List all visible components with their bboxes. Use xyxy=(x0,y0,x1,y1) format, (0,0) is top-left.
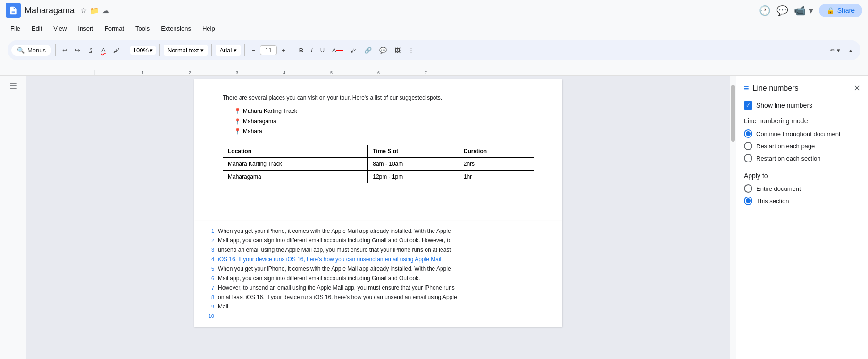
bullet-list: 📍 Mahara Karting Track 📍 Maharagama 📍 Ma… xyxy=(234,106,534,137)
menu-tools[interactable]: Tools xyxy=(131,23,154,34)
undo-button[interactable]: ↩ xyxy=(59,45,70,56)
line-content-5: Mail app, you can sign into different em… xyxy=(218,274,562,283)
line-num-8: 9 xyxy=(194,302,218,311)
video-icon[interactable]: 📹 ▾ xyxy=(794,5,813,16)
menu-insert[interactable]: Insert xyxy=(73,23,98,34)
italic-button[interactable]: I xyxy=(308,45,316,56)
table-row-1: Maharagama 12pm - 1pm 1hr xyxy=(223,170,534,183)
line-row-1: 2Mail app, you can sign into different e… xyxy=(194,236,562,246)
apply-radio-1[interactable] xyxy=(744,197,752,205)
menu-edit[interactable]: Edit xyxy=(27,23,47,34)
font-chevron: ▾ xyxy=(234,47,237,54)
separator-6 xyxy=(292,44,292,56)
close-panel-button[interactable]: ✕ xyxy=(853,83,860,94)
show-line-numbers-row[interactable]: ✓ Show line numbers xyxy=(744,101,860,110)
ruler-tick-1: 1 xyxy=(142,70,144,75)
mode-option-2[interactable]: Restart on each section xyxy=(744,154,860,162)
zoom-selector[interactable]: 100% ▾ xyxy=(130,46,156,55)
menu-format[interactable]: Format xyxy=(100,23,129,34)
redo-button[interactable]: ↪ xyxy=(72,45,83,56)
line-num-3: 4 xyxy=(194,255,218,264)
apply-radio-0[interactable] xyxy=(744,184,752,193)
lined-section: 1When you get your iPhone, it comes with… xyxy=(194,221,562,327)
more-button[interactable]: ⋮ xyxy=(405,45,417,56)
line-num-9: 10 xyxy=(194,312,218,321)
menu-extensions[interactable]: Extensions xyxy=(156,23,196,34)
font-selector[interactable]: Arial ▾ xyxy=(216,45,241,56)
mode-radio-0[interactable] xyxy=(744,129,752,138)
mode-option-1[interactable]: Restart on each page xyxy=(744,142,860,150)
line-num-5: 6 xyxy=(194,274,218,283)
zoom-chevron: ▾ xyxy=(150,47,153,54)
mode-radio-2[interactable] xyxy=(744,154,752,162)
font-size-increase[interactable]: + xyxy=(279,45,288,56)
underline-button[interactable]: U xyxy=(317,45,327,56)
link-button[interactable]: 🔗 xyxy=(361,45,375,56)
mode-option-0[interactable]: Continue throughout document xyxy=(744,129,860,138)
schedule-table: Location Time Slot Duration Mahara Karti… xyxy=(223,145,534,183)
mode-radio-1[interactable] xyxy=(744,142,752,150)
line-content-1: Mail app, you can sign into different em… xyxy=(218,236,562,245)
share-button[interactable]: 🔒 Share xyxy=(819,4,862,17)
row0-duration: 2hrs xyxy=(459,157,534,170)
outline-icon[interactable]: ☰ xyxy=(9,81,17,92)
font-size-decrease[interactable]: − xyxy=(249,45,258,56)
row0-timeslot: 8am - 10am xyxy=(368,157,459,170)
menu-help[interactable]: Help xyxy=(198,23,220,34)
list-item-text-2: Mahara xyxy=(243,127,262,137)
lock-icon: 🔒 xyxy=(826,7,835,14)
paint-format-button[interactable]: 🖌 xyxy=(110,45,122,56)
image-button[interactable]: 🖼 xyxy=(392,45,403,56)
list-item-text-0: Mahara Karting Track xyxy=(243,106,297,117)
chat-icon[interactable]: 💬 xyxy=(776,5,788,16)
show-line-numbers-checkbox[interactable]: ✓ xyxy=(744,101,752,110)
mode-label-0: Continue throughout document xyxy=(756,130,841,137)
folder-icon[interactable]: 📁 xyxy=(90,6,99,15)
style-selector[interactable]: Normal text ▾ xyxy=(164,45,208,56)
spell-check-button[interactable]: A xyxy=(99,45,108,56)
intro-text: There are several places you can visit o… xyxy=(223,94,534,103)
apply-option-0[interactable]: Entire document xyxy=(744,184,860,193)
text-color-button[interactable]: A xyxy=(329,45,346,56)
star-icon[interactable]: ☆ xyxy=(80,6,87,15)
top-right: 🕐 💬 📹 ▾ 🔒 Share xyxy=(759,4,862,17)
separator-5 xyxy=(244,44,245,56)
style-value: Normal text xyxy=(167,47,199,54)
scrollbar[interactable] xyxy=(730,76,736,359)
line-content-8: Mail. xyxy=(218,302,562,311)
toolbar: 🔍 Menus ↩ ↪ 🖨 A 🖌 100% ▾ Normal text ▾ A… xyxy=(8,40,860,60)
top-bar: Maharagama ☆ 📁 ☁ 🕐 💬 📹 ▾ 🔒 Share xyxy=(0,0,868,21)
panel-header: ≡ Line numbers ✕ xyxy=(744,83,860,94)
collapse-button[interactable]: ▲ xyxy=(845,45,857,56)
pin-icon-1: 📍 xyxy=(234,117,241,127)
print-button[interactable]: 🖨 xyxy=(85,45,97,56)
ruler-tick-3: 3 xyxy=(236,70,238,75)
apply-option-1[interactable]: This section xyxy=(744,197,860,205)
highlight-button[interactable]: 🖊 xyxy=(348,45,359,56)
line-num-7: 8 xyxy=(194,293,218,302)
pin-icon-0: 📍 xyxy=(234,106,241,117)
cloud-icon[interactable]: ☁ xyxy=(102,6,109,15)
font-size-input[interactable] xyxy=(260,45,277,55)
col-timeslot: Time Slot xyxy=(368,145,459,157)
menu-file[interactable]: File xyxy=(6,23,25,34)
apply-radio-group: Entire document This section xyxy=(744,184,860,205)
comment-button[interactable]: 💬 xyxy=(376,45,390,56)
line-row-5: 6Mail app, you can sign into different e… xyxy=(194,274,562,283)
menus-search[interactable]: 🔍 Menus xyxy=(11,45,51,56)
history-icon[interactable]: 🕐 xyxy=(759,5,771,16)
row0-location: Mahara Karting Track xyxy=(223,157,368,170)
menu-view[interactable]: View xyxy=(49,23,71,34)
scrollbar-thumb[interactable] xyxy=(731,85,735,142)
pen-mode-button[interactable]: ✏ ▾ xyxy=(827,45,843,56)
line-content-6: However, to unsend an email using the Ap… xyxy=(218,283,562,292)
ruler-tick-5: 5 xyxy=(330,70,333,75)
doc-area[interactable]: There are several places you can visit o… xyxy=(26,76,730,359)
bold-button[interactable]: B xyxy=(296,45,306,56)
line-row-7: 8on at least iOS 16. If your device runs… xyxy=(194,293,562,302)
line-content-7: on at least iOS 16. If your device runs … xyxy=(218,293,562,302)
mode-section-title: Line numbering mode xyxy=(744,117,860,125)
line-row-9: 10 xyxy=(194,312,562,321)
line-content-2: unsend an email using the Apple Mail app… xyxy=(218,246,562,255)
line-num-1: 2 xyxy=(194,236,218,245)
